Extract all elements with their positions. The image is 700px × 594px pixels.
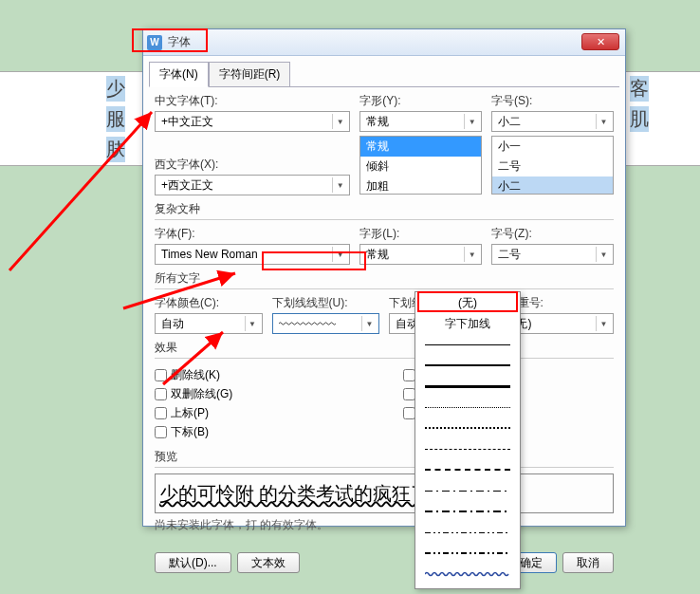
close-button[interactable]: ✕ [581, 33, 619, 50]
underline-style-dropdown[interactable]: (无) 字下加线 [414, 291, 521, 589]
label-size: 字号(S): [491, 93, 614, 109]
list-item[interactable]: 小二 [492, 176, 613, 195]
cn-font-value: +中文正文 [161, 114, 213, 130]
label-emphasis: 着重号: [507, 295, 615, 311]
complex-size-combo[interactable]: 二号 ▼ [491, 244, 614, 265]
tab-spacing[interactable]: 字符间距(R) [209, 62, 291, 87]
chevron-down-icon: ▼ [596, 114, 611, 129]
label-effects: 效果 [155, 340, 614, 356]
cn-font-combo[interactable]: +中文正文 ▼ [155, 111, 350, 132]
chevron-down-icon: ▼ [361, 316, 377, 331]
close-icon: ✕ [597, 36, 605, 48]
chevron-down-icon: ▼ [332, 247, 347, 262]
tab-font[interactable]: 字体(N) [149, 62, 209, 87]
label-complex-font: 字体(F): [155, 226, 350, 242]
label-style: 字形(Y): [359, 93, 482, 109]
underline-option-wavy[interactable] [415, 564, 520, 585]
style-combo[interactable]: 常规 ▼ [359, 111, 482, 132]
list-item[interactable]: 加粗 [360, 176, 481, 195]
chevron-down-icon: ▼ [332, 114, 347, 129]
chevron-down-icon: ▼ [464, 247, 479, 262]
preview-note: 尚未安装此字体，打 的有效字体。 [155, 517, 614, 533]
list-item[interactable]: 常规 [360, 137, 481, 157]
label-underline-style: 下划线线型(U): [272, 295, 380, 311]
complex-font-value: Times New Roman [161, 248, 258, 261]
divider [155, 358, 614, 359]
complex-style-combo[interactable]: 常规 ▼ [359, 244, 482, 265]
underline-option-dotted-thick[interactable] [415, 418, 520, 438]
underline-option-dashdot[interactable] [415, 480, 520, 501]
list-item[interactable]: 二号 [492, 157, 613, 176]
complex-font-combo[interactable]: Times New Roman ▼ [155, 244, 350, 265]
label-preview: 预览 [155, 449, 614, 465]
default-button[interactable]: 默认(D)... [155, 552, 231, 573]
underline-option-dashed-thick[interactable] [415, 459, 520, 480]
style-listbox[interactable]: 常规 倾斜 加粗 [359, 136, 482, 195]
underline-option-dashdotdot-thick[interactable] [415, 543, 520, 564]
font-color-value: 自动 [161, 316, 184, 332]
tab-bar: 字体(N) 字符间距(R) [143, 56, 625, 87]
dialog-footer: 默认(D)... 文本效 确定 取消 [143, 547, 625, 583]
font-color-combo[interactable]: 自动 ▼ [155, 313, 263, 334]
label-font-color: 字体颜色(C): [155, 295, 263, 311]
label-complex-group: 复杂文种 [155, 201, 614, 217]
label-west-font: 西文字体(X): [155, 157, 350, 173]
chevron-down-icon: ▼ [596, 316, 611, 331]
underline-option-dashed[interactable] [415, 438, 520, 459]
bg-text: 少 [106, 76, 125, 102]
west-font-combo[interactable]: +西文正文 ▼ [155, 175, 350, 195]
underline-option-words[interactable]: 字下加线 [415, 313, 520, 334]
underline-option-thicker[interactable] [415, 376, 520, 397]
style-value: 常规 [366, 114, 389, 130]
chevron-down-icon: ▼ [596, 247, 611, 262]
label-cn-font: 中文字体(T): [155, 93, 350, 109]
cancel-button[interactable]: 取消 [562, 552, 614, 573]
font-dialog: W 字体 ✕ 字体(N) 字符间距(R) 中文字体(T): +中文正文 ▼ 字形… [142, 28, 626, 527]
list-item[interactable]: 小一 [492, 137, 613, 157]
label-all-text: 所有文字 [155, 270, 614, 287]
complex-size-value: 二号 [498, 247, 521, 263]
check-sub[interactable]: 下标(B) [155, 424, 365, 440]
label-complex-size: 字号(Z): [491, 226, 614, 242]
chevron-down-icon: ▼ [245, 316, 260, 331]
underline-option-none[interactable]: (无) [415, 292, 520, 313]
bg-text: 客 [630, 76, 649, 102]
list-item[interactable]: 倾斜 [360, 157, 481, 176]
underline-option-dashdotdot[interactable] [415, 522, 520, 543]
underline-option-dashdot-thick[interactable] [415, 501, 520, 522]
dialog-title: 字体 [168, 34, 191, 50]
underline-option-dotted[interactable] [415, 397, 520, 418]
chevron-down-icon: ▼ [332, 177, 347, 193]
bg-text: 肤 [106, 137, 125, 162]
west-font-value: +西文正文 [161, 177, 213, 194]
size-combo[interactable]: 小二 ▼ [491, 111, 614, 132]
label-complex-style: 字形(L): [359, 226, 482, 242]
divider [155, 219, 614, 220]
underline-option-thick[interactable] [415, 355, 520, 376]
text-effects-button[interactable]: 文本效 [237, 552, 300, 573]
bg-text: 服 [106, 106, 125, 132]
check-dstrike[interactable]: 双删除线(G) [155, 386, 365, 402]
titlebar[interactable]: W 字体 ✕ [143, 29, 625, 56]
emphasis-combo[interactable]: (无) ▼ [507, 313, 615, 334]
divider [155, 288, 614, 289]
check-strike[interactable]: 删除线(K) [155, 367, 365, 383]
chevron-down-icon: ▼ [464, 114, 479, 129]
underline-option-solid[interactable] [415, 334, 520, 355]
bg-text: 肌 [630, 106, 649, 132]
divider [155, 467, 614, 468]
preview-box: 少的可怜附 的分类考试的疯狂了的方 [155, 473, 614, 513]
check-super[interactable]: 上标(P) [155, 405, 365, 421]
underline-style-combo[interactable]: ▼ [272, 313, 380, 334]
app-icon: W [147, 35, 162, 50]
size-listbox[interactable]: 小一 二号 小二 [491, 136, 614, 195]
complex-style-value: 常规 [366, 247, 389, 263]
wavy-line-icon [279, 321, 336, 326]
size-value: 小二 [498, 114, 521, 130]
